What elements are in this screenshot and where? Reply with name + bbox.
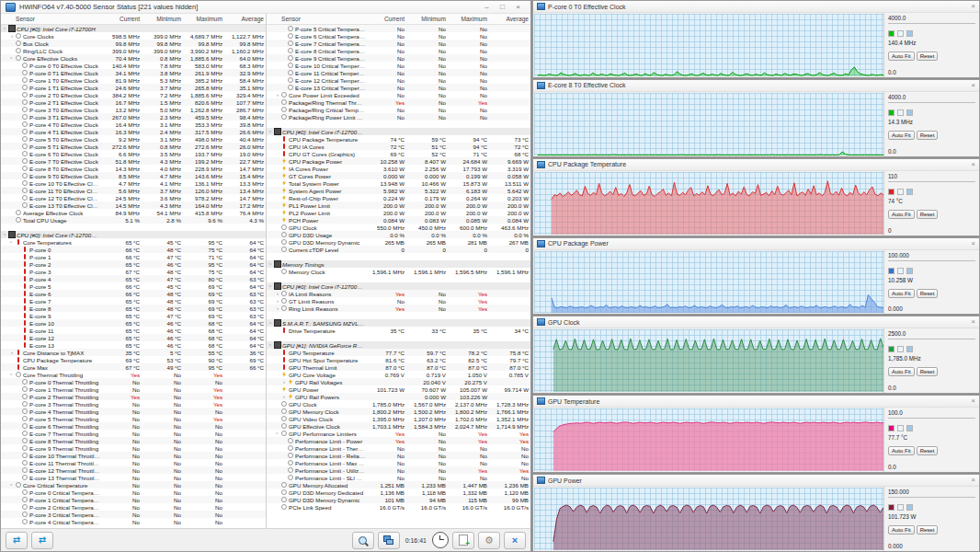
sensor-row[interactable]: E-core 6 T0 Effective Clock6.6 MHz3.5 MH… [1, 150, 266, 157]
sensor-row[interactable]: E-core 10 T0 Effective Clock4.7 MHz4.1 M… [1, 179, 266, 187]
column-header-sensor[interactable]: Sensor [267, 16, 365, 22]
sensor-row[interactable]: E-core 6 Thermal ThrottlingNoNoNo [1, 422, 266, 430]
reset-button[interactable]: Reset [917, 525, 939, 535]
sensor-row[interactable]: E-core 6 Critical TemperatureNoNoNo [267, 32, 530, 40]
sensor-row[interactable]: PL2 Power Limit200.0 W200.0 W200.0 W200.… [267, 209, 530, 216]
sensor-row[interactable]: P-core 367 °C48 °C75 °C64 °C [1, 268, 266, 275]
sensor-row[interactable]: ›Core Thermal ThrottlingYesNoYes [1, 371, 266, 378]
sensor-row[interactable]: P-core 2 T1 Effective Clock16.7 MHz1.5 M… [1, 98, 266, 106]
sensor-row[interactable]: GPU D3D Memory Dynamic101 MB94 MB115 MB9… [267, 496, 530, 503]
sensor-row[interactable]: E-core 13 Thermal ThrottlingNoNoNo [1, 474, 266, 481]
sensor-section-row[interactable]: ›S.M.A.R.T.: SAMSUNG MZVL4512HBLU-00... [267, 319, 530, 327]
sensor-row[interactable]: E-core 12 Thermal ThrottlingNoNoNo [1, 466, 266, 474]
sensor-row[interactable]: ›Core Critical TemperatureNoNoNo [1, 481, 266, 489]
sensor-row[interactable]: P-core 0 Critical TemperatureNoNoNo [1, 489, 266, 496]
sensor-row[interactable]: E-core 666 °C48 °C69 °C63 °C [1, 290, 266, 297]
collapse-chevron-icon[interactable]: › [8, 372, 16, 377]
sensor-row[interactable]: E-core 11 Thermal ThrottlingNoNoNo [1, 459, 266, 466]
sensor-row[interactable]: ›Ring Limit ReasonsYesNoYes [267, 305, 530, 312]
sensor-row[interactable]: Total CPU Usage5.1 %2.8 %9.6 %4.3 % [1, 216, 266, 224]
sensor-row[interactable]: GPU Core Voltage0.769 V0.719 V1.050 V0.7… [267, 371, 530, 378]
sensor-row[interactable]: Core Max67 °C49 °C95 °C66 °C [1, 363, 266, 371]
sensor-row[interactable]: Package/Ring Thermal ThrottlingYesNoYes [267, 98, 530, 106]
sensor-row[interactable]: P-core 4 T1 Effective Clock16.3 MHz2.4 M… [1, 128, 266, 135]
sensor-row[interactable]: E-core 1365 °C46 °C68 °C64 °C [1, 341, 266, 349]
sensor-row[interactable]: ›GPU Rail Powers0.000 W103.226 W [267, 393, 530, 400]
sensor-row[interactable]: ›Core Distance to TjMAX35 °C5 °C55 °C36 … [1, 349, 266, 356]
sensor-row[interactable]: GPU Power101.723 W70.607 W105.007 W99.71… [267, 385, 530, 393]
sensor-row[interactable]: E-core 10 Critical TemperatureNoNoNo [267, 62, 530, 69]
sensor-row[interactable]: E-core 7 Critical TemperatureNoNoNo [267, 40, 530, 47]
sensor-row[interactable]: E-core 12 Critical TemperatureNoNoNo [267, 76, 530, 84]
graph-titlebar[interactable]: GPU Power× [533, 475, 979, 487]
sensor-row[interactable]: Total System Power13.948 W10.466 W15.873… [267, 179, 530, 187]
sensor-row[interactable]: Performance Limit - Max Operating V...No… [267, 459, 530, 466]
sensor-section-row[interactable]: ›Memory Timings [267, 260, 530, 268]
sensor-row[interactable]: P-core 1 Critical TemperatureNoNoNo [1, 496, 266, 503]
sensor-row[interactable]: System Agent Power5.982 W5.322 W6.183 W5… [267, 187, 530, 194]
auto-fit-button[interactable]: Auto Fit [888, 367, 915, 376]
sensor-row[interactable]: GPU D3D Usage0.0 %0.0 %0.0 %0.0 % [267, 231, 530, 238]
sensor-row[interactable]: GPU D3D Memory Dedicated1,136 MB1,118 MB… [267, 489, 530, 496]
clock-icon[interactable] [432, 532, 449, 548]
sensor-row[interactable]: GT Cores Power0.000 W0.000 W0.199 W0.058… [267, 172, 530, 179]
sensor-row[interactable]: P-core 1 T0 Effective Clock81.9 MHz5.3 M… [1, 76, 266, 84]
sensor-row[interactable]: Performance Limit - Reliability VoltageN… [267, 452, 530, 459]
sensor-row[interactable]: Performance Limit - UtilizationNoNoYesYe… [267, 466, 530, 474]
sensor-row[interactable]: P-core 566 °C45 °C69 °C64 °C [1, 282, 266, 290]
sensor-row[interactable]: CPU Package Temperature74 °C59 °C94 °C73… [267, 135, 530, 143]
sensor-row[interactable]: Performance Limit - PowerYesNoYesYes [267, 437, 530, 444]
sensor-row[interactable]: E-core 7 T0 Effective Clock51.8 MHz4.3 M… [1, 157, 266, 165]
sensor-row[interactable]: Ring/LLC Clock399.0 MHz399.0 MHz3,990.2 … [1, 47, 266, 54]
sensor-row[interactable]: GPU Video Clock1,395.0 MHz1,207.0 MHz1,7… [267, 415, 530, 422]
graph-close-icon[interactable]: × [971, 82, 975, 89]
reset-button[interactable]: Reset [917, 210, 939, 219]
swap-columns-button[interactable]: ⇄ [6, 532, 28, 549]
sensor-row[interactable]: Bus Clock99.8 MHz99.8 MHz99.8 MHz99.8 MH… [1, 40, 266, 47]
graph-close-icon[interactable]: × [971, 397, 975, 405]
column-header-current[interactable]: Current [365, 16, 406, 22]
column-header-maximum[interactable]: Maximum [448, 16, 489, 22]
graph-titlebar[interactable]: E-core 8 T0 Effective Clock× [533, 80, 979, 92]
sensor-row[interactable]: CPU Package Power10.258 W8.407 W24.684 W… [267, 157, 530, 165]
sensor-row[interactable]: Drive Temperature35 °C33 °C35 °C34 °C [267, 327, 530, 334]
graph-close-icon[interactable]: × [971, 240, 975, 247]
auto-fit-button[interactable]: Auto Fit [888, 131, 915, 140]
sensor-row[interactable]: P-core 265 °C46 °C95 °C64 °C [1, 260, 266, 268]
sensor-row[interactable]: P-core 066 °C48 °C75 °C64 °C [1, 246, 266, 253]
sensor-section-row[interactable]: ›CPU [#0]: Intel Core i7-12700H [1, 25, 266, 32]
zoom-button[interactable] [352, 532, 374, 549]
minimize-button[interactable]: – [479, 2, 495, 13]
column-header-current[interactable]: Current [100, 16, 142, 22]
sensor-row[interactable]: E-core 865 °C48 °C69 °C63 °C [1, 305, 266, 312]
sensor-row[interactable]: ›IA Limit ReasonsYesNoYes [267, 290, 530, 297]
sensor-row[interactable]: Average Effective Clock84.9 MHz54.1 MHz4… [1, 209, 266, 216]
sensor-row[interactable]: Performance Limit - ThermalNoNoNoNo [267, 444, 530, 452]
auto-fit-button[interactable]: Auto Fit [888, 525, 915, 535]
sensor-row[interactable]: Memory Clock1,596.1 MHz1,596.1 MHz1,596.… [267, 268, 530, 275]
sensor-row[interactable]: E-core 11 T0 Effective Clock5.6 MHz3.7 M… [1, 187, 266, 194]
sensor-row[interactable]: E-core 9 Critical TemperatureNoNoNo [267, 54, 530, 62]
sensor-row[interactable]: P-core 4 T0 Effective Clock16.4 MHz3.1 M… [1, 121, 266, 128]
column-header-sensor[interactable]: Sensor [1, 16, 100, 22]
sensor-row[interactable]: E-core 13 Critical TemperatureNoNoNo [267, 84, 530, 91]
collapse-chevron-icon[interactable]: › [2, 232, 9, 237]
sensor-row[interactable]: P-core 5 T1 Effective Clock272.6 MHz0.8 … [1, 143, 266, 150]
logging-button[interactable] [452, 532, 474, 549]
sensor-row[interactable]: P-core 0 T1 Effective Clock34.1 MHz3.8 M… [1, 69, 266, 76]
sensor-row[interactable]: GPU Effective Clock1,703.1 MHz1,584.3 MH… [267, 422, 530, 430]
collapse-chevron-icon[interactable]: › [268, 342, 275, 348]
sensor-row[interactable]: Package/Ring Power Limit ExceededNoNoNo [267, 113, 530, 121]
column-header-average[interactable]: Average [489, 16, 530, 22]
sensor-row[interactable]: E-core 8 Thermal ThrottlingNoNoNo [1, 437, 266, 444]
graph-close-icon[interactable]: × [971, 3, 975, 10]
reset-button[interactable]: Reset [917, 446, 939, 455]
graph-close-icon[interactable]: × [971, 318, 975, 326]
column-header-maximum[interactable]: Maximum [183, 16, 224, 22]
graph-titlebar[interactable]: GPU Temperature× [533, 396, 979, 408]
settings-button[interactable]: ⚙ [478, 532, 500, 549]
collapse-chevron-icon[interactable]: › [268, 320, 275, 326]
sensor-row[interactable]: ›GPU Performance LimitersYesNoYesYes [267, 430, 530, 437]
sensor-row[interactable]: P-core 3 Critical TemperatureNoNoNo [1, 511, 266, 518]
sensor-row[interactable]: GPU D3D Memory Dynamic265 MB265 MB281 MB… [267, 238, 530, 246]
